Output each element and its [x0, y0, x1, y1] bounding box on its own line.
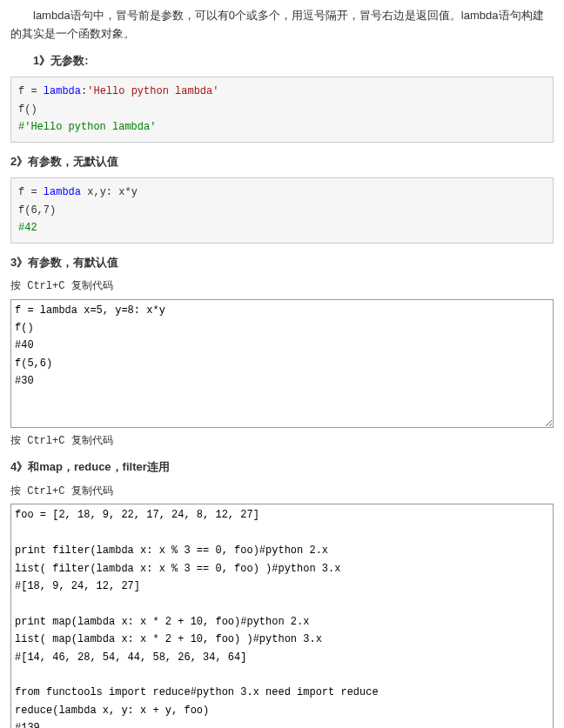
code-textarea-4[interactable]: [10, 504, 554, 728]
code-keyword: lambda: [44, 186, 81, 198]
code-comment: #42: [18, 222, 37, 234]
code-block-1[interactable]: f = lambda:'Hello python lambda' f() #'H…: [10, 77, 554, 142]
code-textarea-3[interactable]: [10, 299, 554, 429]
copy-hint-4a: 按 Ctrl+C 复制代码: [10, 484, 554, 500]
code-text: f =: [18, 186, 44, 198]
copy-hint-3b: 按 Ctrl+C 复制代码: [10, 433, 554, 450]
copy-hint-3a: 按 Ctrl+C 复制代码: [10, 278, 554, 295]
code-text: f =: [18, 85, 44, 97]
code-string: 'Hello python lambda': [87, 85, 218, 97]
section-3-title: 3》有参数，有默认值: [10, 254, 554, 272]
section-1-title: 1》无参数:: [10, 52, 554, 70]
code-text: x,y: x*y: [81, 186, 138, 198]
section-4-title: 4》和map，reduce，filter连用: [10, 458, 554, 477]
section-2-title: 2》有参数，无默认值: [10, 153, 554, 171]
intro-paragraph: lambda语句中，冒号前是参数，可以有0个或多个，用逗号隔开，冒号右边是返回值…: [10, 7, 554, 43]
code-block-2[interactable]: f = lambda x,y: x*y f(6,7) #42: [10, 177, 554, 243]
code-comment: #'Hello python lambda': [18, 121, 156, 133]
code-text: f(6,7): [18, 204, 56, 217]
code-keyword: lambda: [44, 85, 81, 97]
code-text: f(): [18, 104, 37, 116]
